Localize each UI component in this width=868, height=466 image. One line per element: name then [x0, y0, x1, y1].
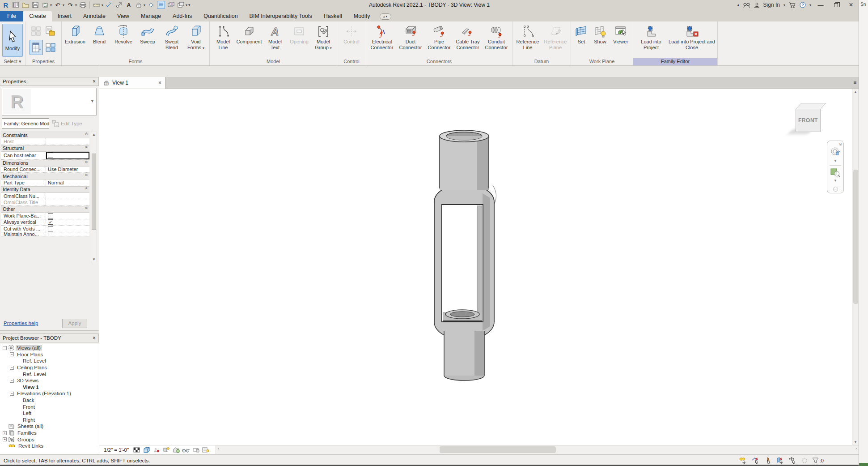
- section-constraints[interactable]: Constraints«: [1, 132, 89, 138]
- blend-button[interactable]: Blend: [87, 22, 111, 51]
- text-icon[interactable]: A: [125, 1, 133, 9]
- tree-item-3d-views[interactable]: −3D Views: [0, 377, 99, 384]
- properties-scrollbar[interactable]: ▲ ▼: [91, 132, 97, 262]
- property-row-host[interactable]: Host: [1, 138, 89, 145]
- customize-qat-dropdown[interactable]: ▾: [188, 3, 191, 7]
- property-row-cut-with-voids[interactable]: Cut with Voids ...: [1, 226, 89, 232]
- view-tab-view-1[interactable]: View 1 ×: [99, 77, 165, 89]
- property-row-maintain-annotation[interactable]: Maintain Anno...: [1, 232, 89, 236]
- tab-manage[interactable]: Manage: [135, 11, 167, 21]
- collapse-chevron-icon[interactable]: «: [85, 187, 89, 192]
- tab-insert[interactable]: Insert: [52, 11, 77, 21]
- show-work-plane-button[interactable]: Show: [590, 22, 610, 51]
- restore-button[interactable]: [830, 0, 842, 9]
- close-inactive-views-icon[interactable]: [167, 1, 175, 9]
- file-properties-icon[interactable]: [12, 1, 20, 9]
- load-into-project-and-close-button[interactable]: Load into Project and Close: [668, 22, 716, 51]
- property-row-work-plane-based[interactable]: Work Plane-Ba...: [1, 213, 89, 219]
- apply-button[interactable]: Apply: [62, 319, 87, 328]
- family-parameters-icon[interactable]: [44, 40, 57, 55]
- tree-item-revit-links[interactable]: Revit Links: [0, 443, 99, 449]
- section-dimensions[interactable]: Dimensions«: [1, 160, 89, 167]
- tab-add-ins[interactable]: Add-Ins: [167, 11, 198, 21]
- drag-elements-on-selection-icon[interactable]: [789, 457, 797, 464]
- reference-line-button[interactable]: Reference Line: [514, 22, 542, 51]
- tab-annotate[interactable]: Annotate: [77, 11, 111, 21]
- sync-icon[interactable]: [41, 1, 49, 9]
- help-dropdown[interactable]: ▾: [809, 3, 811, 7]
- properties-close-icon[interactable]: ×: [93, 78, 96, 85]
- revit-logo-icon[interactable]: R: [2, 1, 10, 9]
- expand-expander-icon[interactable]: +: [3, 431, 7, 435]
- default-3d-view-icon[interactable]: [135, 1, 143, 9]
- tree-item-ceiling-plans[interactable]: −Ceiling Plans: [0, 364, 99, 371]
- can-host-rebar-checkbox[interactable]: [48, 153, 53, 158]
- load-into-project-button[interactable]: Load into Project: [635, 22, 668, 51]
- tab-file[interactable]: File: [0, 11, 23, 21]
- scroll-up-icon[interactable]: ▲: [91, 133, 97, 137]
- measure-dropdown[interactable]: ▾: [102, 3, 103, 7]
- viewcube-front-face[interactable]: FRONT: [796, 109, 821, 132]
- switch-windows-icon[interactable]: [177, 1, 185, 9]
- open-icon[interactable]: [21, 1, 30, 9]
- temporary-hide-isolate-icon[interactable]: [182, 446, 190, 453]
- modify-button[interactable]: Modify: [2, 24, 23, 57]
- viewcube-top-face[interactable]: [796, 103, 826, 109]
- sun-path-icon[interactable]: [152, 446, 160, 453]
- navbar-collapse-icon[interactable]: −: [833, 187, 838, 192]
- tab-view[interactable]: View: [111, 11, 135, 21]
- tree-item-ref-level[interactable]: Ref. Level: [0, 358, 99, 364]
- always-vertical-checkbox[interactable]: ✓: [48, 219, 53, 225]
- tree-item-back[interactable]: Back: [0, 397, 99, 404]
- store-cart-icon[interactable]: [789, 2, 796, 8]
- scroll-right-icon[interactable]: ›: [855, 446, 857, 451]
- section-mechanical[interactable]: Mechanical«: [1, 173, 89, 180]
- sync-dropdown[interactable]: ▾: [50, 3, 52, 7]
- project-browser-close-icon[interactable]: ×: [93, 335, 96, 341]
- account-icon[interactable]: [754, 2, 760, 8]
- infocenter-collapse-icon[interactable]: ◂: [737, 3, 739, 7]
- reveal-hidden-elements-icon[interactable]: [192, 446, 199, 453]
- group-label-select[interactable]: Select ▾: [0, 58, 25, 65]
- edit-type-button[interactable]: Edit Type: [51, 118, 97, 129]
- scroll-down-icon[interactable]: ▼: [852, 440, 859, 444]
- tree-item-left[interactable]: Left: [0, 410, 99, 417]
- tree-item-floor-plans[interactable]: −Floor Plans: [0, 351, 99, 358]
- model-3d-tbody[interactable]: [99, 89, 852, 445]
- viewcube[interactable]: FRONT: [793, 100, 824, 135]
- pipe-connector-button[interactable]: Pipe Connector: [425, 22, 453, 51]
- section-other[interactable]: Other«: [1, 206, 89, 213]
- collapse-expander-icon[interactable]: −: [10, 352, 14, 356]
- properties-panel-header[interactable]: Properties ×: [0, 77, 99, 86]
- cable-tray-connector-button[interactable]: Cable Tray Connector: [453, 22, 482, 51]
- void-forms-button[interactable]: Void Forms ▾: [184, 22, 208, 51]
- zoom-tool-dropdown[interactable]: ▼: [834, 179, 837, 183]
- tree-item-right[interactable]: Right: [0, 417, 99, 423]
- aligned-dimension-icon[interactable]: [105, 1, 113, 9]
- select-pinned-elements-icon[interactable]: [764, 457, 772, 464]
- cut-with-voids-checkbox[interactable]: [48, 226, 53, 231]
- scroll-down-icon[interactable]: ▼: [91, 257, 97, 261]
- ribbon-display-toggle[interactable]: ▴▾: [380, 13, 391, 20]
- shadows-icon[interactable]: [162, 446, 170, 453]
- view-tab-close-icon[interactable]: ×: [158, 80, 161, 86]
- collapse-expander-icon[interactable]: −: [10, 379, 14, 383]
- properties-palette-icon[interactable]: [30, 40, 43, 55]
- property-row-part-type[interactable]: Part TypeNormal: [1, 180, 89, 186]
- work-plane-based-checkbox[interactable]: [48, 213, 53, 218]
- property-row-round-connector[interactable]: Round Connec...Use Diameter: [1, 167, 89, 173]
- tree-item-groups[interactable]: + Groups: [0, 436, 99, 443]
- property-row-always-vertical[interactable]: Always vertical✓: [1, 219, 89, 226]
- collapse-chevron-icon[interactable]: «: [85, 145, 89, 151]
- select-elements-by-face-icon[interactable]: [776, 457, 784, 464]
- print-icon[interactable]: [79, 1, 87, 9]
- property-row-can-host-rebar[interactable]: Can host rebar: [1, 152, 89, 160]
- section-identity-data[interactable]: Identity Data«: [1, 186, 89, 193]
- tab-haskell[interactable]: Haskell: [318, 11, 348, 21]
- scroll-left-icon[interactable]: ‹: [218, 446, 219, 451]
- sign-in-dropdown[interactable]: ▾: [783, 3, 785, 7]
- steering-wheel-dropdown[interactable]: ▼: [834, 159, 837, 163]
- tree-item-sheets-all[interactable]: Sheets (all): [0, 423, 99, 430]
- undo-icon[interactable]: ↶: [54, 1, 62, 9]
- group-label-properties[interactable]: Properties: [25, 58, 61, 65]
